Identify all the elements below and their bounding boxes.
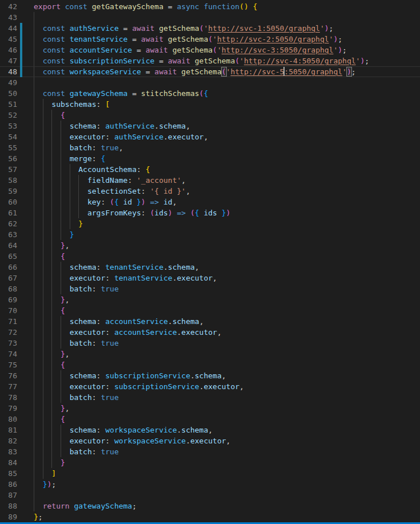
code-line[interactable]: 52 { — [0, 110, 420, 121]
code-line[interactable]: 59 selectionSet: '{ id }', — [0, 186, 420, 197]
code-line[interactable]: 65 { — [0, 251, 420, 262]
line-number[interactable]: 55 — [0, 142, 17, 153]
line-number[interactable]: 53 — [0, 121, 17, 131]
line-number[interactable]: 43 — [0, 12, 17, 23]
code-token: ] — [51, 469, 56, 478]
code-line[interactable]: 61 argsFromKeys: (ids) => ({ ids }) — [0, 207, 420, 218]
code-line[interactable]: 84 } — [0, 457, 420, 468]
line-number[interactable]: 78 — [0, 392, 17, 403]
line-number[interactable]: 68 — [0, 283, 17, 294]
line-number[interactable]: 73 — [0, 338, 17, 349]
line-number[interactable]: 50 — [0, 88, 17, 99]
line-number[interactable]: 47 — [0, 55, 17, 66]
line-number[interactable]: 67 — [0, 273, 17, 283]
code-line[interactable]: 76 schema: subscriptionService.schema, — [0, 370, 420, 381]
line-number[interactable]: 81 — [0, 425, 17, 435]
line-number[interactable]: 84 — [0, 457, 17, 468]
code-line[interactable]: 85 ] — [0, 468, 420, 479]
code-line[interactable]: 48 const workspaceService = await getSch… — [0, 66, 420, 77]
line-number[interactable]: 80 — [0, 414, 17, 425]
code-line[interactable]: 53 schema: authService.schema, — [0, 121, 420, 131]
code-line[interactable]: 63 } — [0, 229, 420, 240]
code-line[interactable]: 80 { — [0, 414, 420, 425]
line-number[interactable]: 65 — [0, 251, 17, 262]
code-line[interactable]: 64 }, — [0, 240, 420, 251]
code-line[interactable]: 66 schema: tenantService.schema, — [0, 262, 420, 273]
line-number[interactable]: 49 — [0, 77, 17, 88]
line-number[interactable]: 88 — [0, 501, 17, 511]
line-number[interactable]: 46 — [0, 45, 17, 55]
line-number[interactable]: 64 — [0, 240, 17, 251]
code-line[interactable]: 86 }); — [0, 479, 420, 490]
code-line[interactable]: 50 const gatewaySchema = stitchSchemas({ — [0, 88, 420, 99]
code-line[interactable]: 89}; — [0, 511, 420, 522]
line-number[interactable]: 48 — [0, 66, 17, 77]
code-line[interactable]: 69 }, — [0, 294, 420, 305]
code-token: await — [146, 46, 168, 54]
code-line[interactable]: 77 executor: subscriptionService.executo… — [0, 381, 420, 392]
line-number[interactable]: 71 — [0, 316, 17, 327]
line-number[interactable]: 79 — [0, 403, 17, 414]
line-number[interactable]: 70 — [0, 305, 17, 316]
line-number[interactable]: 61 — [0, 207, 17, 218]
line-number[interactable]: 42 — [0, 1, 17, 12]
indent-guide — [61, 425, 61, 435]
code-line[interactable]: 57 AccountSchema: { — [0, 164, 420, 175]
line-number[interactable]: 83 — [0, 446, 17, 457]
code-line[interactable]: 71 schema: accountService.schema, — [0, 316, 420, 327]
line-number[interactable]: 82 — [0, 435, 17, 446]
line-number[interactable]: 75 — [0, 359, 17, 370]
code-line[interactable]: 70 { — [0, 305, 420, 316]
code-line[interactable]: 74 }, — [0, 349, 420, 359]
code-line[interactable]: 78 batch: true — [0, 392, 420, 403]
code-line[interactable]: 42export const getGatewaySchema = async … — [0, 1, 420, 12]
code-line[interactable]: 43 — [0, 12, 420, 23]
line-number[interactable]: 54 — [0, 131, 17, 142]
line-number[interactable]: 57 — [0, 164, 17, 175]
code-line[interactable]: 87 — [0, 490, 420, 501]
line-number[interactable]: 59 — [0, 186, 17, 197]
code-line[interactable]: 72 executor: accountService.executor, — [0, 327, 420, 338]
code-line[interactable]: 62 } — [0, 218, 420, 229]
code-line[interactable]: 54 executor: authService.executor, — [0, 131, 420, 142]
code-line[interactable]: 44 const authService = await getSchema('… — [0, 23, 420, 34]
code-line[interactable]: 58 fieldName: '_account', — [0, 175, 420, 186]
code-area[interactable]: 42export const getGatewaySchema = async … — [0, 0, 420, 522]
code-line[interactable]: 47 const subscriptionService = await get… — [0, 55, 420, 66]
line-number[interactable]: 58 — [0, 175, 17, 186]
line-number[interactable]: 74 — [0, 349, 17, 359]
line-number[interactable]: 56 — [0, 153, 17, 164]
code-line[interactable]: 88 return gatewaySchema; — [0, 501, 420, 511]
line-number[interactable]: 87 — [0, 490, 17, 501]
line-number[interactable]: 72 — [0, 327, 17, 338]
line-number[interactable]: 77 — [0, 381, 17, 392]
code-line[interactable]: 73 batch: true — [0, 338, 420, 349]
code-line[interactable]: 83 batch: true — [0, 446, 420, 457]
code-line[interactable]: 79 }, — [0, 403, 420, 414]
code-line[interactable]: 68 batch: true — [0, 283, 420, 294]
line-number[interactable]: 44 — [0, 23, 17, 34]
code-line[interactable]: 45 const tenantService = await getSchema… — [0, 34, 420, 45]
code-line[interactable]: 81 schema: workspaceService.schema, — [0, 425, 420, 435]
code-line[interactable]: 49 — [0, 77, 420, 88]
line-number[interactable]: 62 — [0, 218, 17, 229]
line-number[interactable]: 85 — [0, 468, 17, 479]
line-number[interactable]: 63 — [0, 229, 17, 240]
line-number[interactable]: 45 — [0, 34, 17, 45]
line-number[interactable]: 51 — [0, 99, 17, 110]
line-number[interactable]: 76 — [0, 370, 17, 381]
code-line[interactable]: 60 key: ({ id }) => id, — [0, 197, 420, 207]
code-line[interactable]: 67 executor: tenantService.executor, — [0, 273, 420, 283]
code-line[interactable]: 82 executor: workspaceService.executor, — [0, 435, 420, 446]
line-number[interactable]: 60 — [0, 197, 17, 207]
line-number[interactable]: 69 — [0, 294, 17, 305]
code-line[interactable]: 56 merge: { — [0, 153, 420, 164]
line-number[interactable]: 86 — [0, 479, 17, 490]
code-line[interactable]: 75 { — [0, 359, 420, 370]
line-number[interactable]: 52 — [0, 110, 17, 121]
line-number[interactable]: 89 — [0, 511, 17, 522]
line-number[interactable]: 66 — [0, 262, 17, 273]
code-line[interactable]: 55 batch: true, — [0, 142, 420, 153]
code-line[interactable]: 51 subschemas: [ — [0, 99, 420, 110]
code-line[interactable]: 46 const accountService = await getSchem… — [0, 45, 420, 55]
